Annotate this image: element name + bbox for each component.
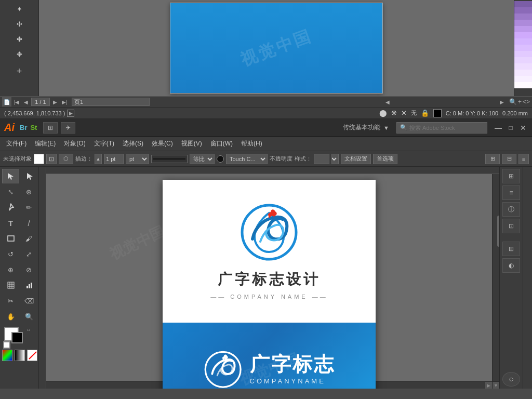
menu-object[interactable]: 对象(O) xyxy=(60,137,89,150)
page-scroll-right[interactable]: ▶ xyxy=(498,98,506,106)
touch-type-select[interactable]: Touch C... xyxy=(226,154,268,164)
scrollbar-vertical[interactable]: ▲ ▼ xyxy=(492,167,499,389)
maximize-btn[interactable]: □ xyxy=(506,123,515,132)
stroke-label: 描边： xyxy=(75,155,92,163)
st-logo[interactable]: St xyxy=(30,124,37,131)
page-name-input[interactable] xyxy=(72,98,150,106)
menu-effect[interactable]: 效果(C) xyxy=(148,137,177,150)
color-mode-icon[interactable] xyxy=(2,350,12,361)
transform-panel-btn[interactable]: ⊡ xyxy=(502,219,520,233)
page-prev-btn[interactable]: ◀ xyxy=(22,98,30,106)
align-panel-btn[interactable]: ⊟ xyxy=(502,242,520,256)
layers-panel-btn[interactable]: ≡ xyxy=(502,185,520,200)
fill-circle-swatch[interactable] xyxy=(217,155,224,163)
top-tool-4[interactable]: ✥ xyxy=(11,47,27,61)
top-tool-1[interactable]: ✦ xyxy=(11,2,27,16)
bottom-title-cn: 广字标志 xyxy=(250,354,335,376)
stroke-line-preview[interactable] xyxy=(151,155,188,163)
menu-file[interactable]: 文件(F) xyxy=(2,137,31,150)
stroke-width-input[interactable] xyxy=(104,154,124,164)
type-tool[interactable]: T xyxy=(2,216,19,230)
right-panel: ⊞ ≡ ⓘ ⊡ ⊟ ◐ ○ xyxy=(499,167,523,389)
opacity-label: 不透明度 xyxy=(270,155,292,163)
svg-rect-4 xyxy=(8,282,14,288)
minimize-btn[interactable]: — xyxy=(494,123,503,132)
bottom-subtitle: COMPANYNAME xyxy=(250,377,335,385)
gradient-mode-icon[interactable] xyxy=(15,350,25,361)
fill-none-btn[interactable]: ⊡ xyxy=(46,154,57,164)
page-next-btn[interactable]: ▶ xyxy=(51,98,59,106)
hand-tool[interactable]: ✋ xyxy=(2,309,19,324)
direct-selection-tool[interactable] xyxy=(20,169,37,183)
menu-text[interactable]: 文字(T) xyxy=(90,137,118,150)
stroke-color-box[interactable] xyxy=(11,332,23,343)
selection-tool[interactable] xyxy=(2,169,19,183)
grid-tool[interactable] xyxy=(2,278,19,292)
properties-panel-btn[interactable]: ⓘ xyxy=(502,202,520,217)
rectangle-tool[interactable] xyxy=(2,231,19,246)
swap-colors-btn[interactable]: ↔ xyxy=(26,327,33,334)
far-right-panel xyxy=(523,167,532,389)
stroke-up[interactable]: ▲ xyxy=(95,154,102,164)
more-btn[interactable]: ≡ xyxy=(518,154,529,164)
lock-icon: 🔒 xyxy=(421,109,429,117)
send-icon[interactable]: ✈ xyxy=(61,122,75,134)
default-colors-btn[interactable] xyxy=(3,341,10,349)
menu-edit[interactable]: 编辑(E) xyxy=(31,137,60,150)
page-first-btn[interactable]: |◀ xyxy=(12,98,21,106)
pencil-tool[interactable]: ✏ xyxy=(20,200,37,215)
warp-tool[interactable]: ⤡ xyxy=(2,184,19,199)
collapse-panel-btn[interactable]: ○ xyxy=(502,372,520,387)
symbol-tool[interactable]: ⊕ xyxy=(2,262,19,277)
doc-setup-btn[interactable]: 文档设置 xyxy=(341,154,371,164)
play-btn[interactable]: ▶ xyxy=(67,110,74,117)
column-graph-tool[interactable]: ⊘ xyxy=(20,262,37,277)
zoom-tool[interactable]: 🔍 xyxy=(20,309,37,324)
top-tool-plus[interactable]: + xyxy=(11,64,27,78)
page-number-input[interactable] xyxy=(31,98,50,106)
bottom-text-group: 广字标志 COMPANYNAME xyxy=(250,354,335,385)
ruler-vertical xyxy=(39,167,46,389)
scissors-tool[interactable]: ✂ xyxy=(2,294,19,308)
top-tool-3[interactable]: ✤ xyxy=(11,32,27,46)
none-label: 无 xyxy=(411,109,417,117)
canvas-area[interactable]: 视觉中国 视觉中国 视觉中国 xyxy=(39,167,499,389)
close-btn[interactable]: ✕ xyxy=(518,123,528,132)
fill-color-swatch[interactable] xyxy=(34,154,44,164)
appearance-panel-btn[interactable]: ◐ xyxy=(502,258,520,273)
scale-tool[interactable]: ⤢ xyxy=(20,247,37,261)
rotate-tool[interactable]: ↺ xyxy=(2,247,19,261)
ratio-select[interactable]: 等比 xyxy=(190,154,215,164)
chart-tool[interactable] xyxy=(20,278,37,292)
no-selection-label: 未选择对象 xyxy=(3,155,32,163)
prefs-btn[interactable]: 首选项 xyxy=(373,154,397,164)
top-tool-2[interactable]: ✣ xyxy=(11,17,27,31)
color-values-text: C: 0 M: 0 Y: 0 K: 100 xyxy=(446,110,498,116)
reshape-tool[interactable]: ⊛ xyxy=(20,184,37,199)
grid-panel-btn[interactable]: ⊞ xyxy=(502,169,520,183)
menu-window[interactable]: 窗口(W) xyxy=(206,137,237,150)
menu-view[interactable]: 视图(V) xyxy=(177,137,206,150)
transform-btn[interactable]: ⊟ xyxy=(502,154,516,164)
page-last-btn[interactable]: ▶| xyxy=(60,98,69,106)
stroke-selector[interactable]: ⬡ xyxy=(59,154,73,164)
paintbrush-tool[interactable]: 🖌 xyxy=(20,231,37,246)
panel-icon[interactable]: ⊞ xyxy=(43,122,58,134)
menu-select[interactable]: 选择(S) xyxy=(118,137,148,150)
align-btn[interactable]: ⊞ xyxy=(485,154,500,164)
line-tool[interactable]: / xyxy=(20,216,37,230)
page-nav-bar: 📄 |◀ ◀ ▶ ▶| ◀ ▶ 🔍 + <> xyxy=(0,96,532,108)
style-select[interactable] xyxy=(331,154,339,164)
svg-rect-3 xyxy=(8,236,14,241)
svg-rect-11 xyxy=(31,283,32,288)
page-scroll-left[interactable]: ◀ xyxy=(383,98,392,106)
workspace-dropdown[interactable]: ▼ xyxy=(383,125,389,131)
pen-tool[interactable] xyxy=(2,200,19,215)
stock-search-input[interactable] xyxy=(409,125,477,131)
menu-help[interactable]: 帮助(H) xyxy=(237,137,267,150)
stroke-unit-select[interactable]: ptmm xyxy=(126,154,149,164)
eraser-tool[interactable]: ⌫ xyxy=(20,294,37,308)
br-logo[interactable]: Br xyxy=(20,124,27,131)
style-swatch[interactable] xyxy=(314,154,329,164)
none-mode-icon[interactable] xyxy=(27,350,37,361)
